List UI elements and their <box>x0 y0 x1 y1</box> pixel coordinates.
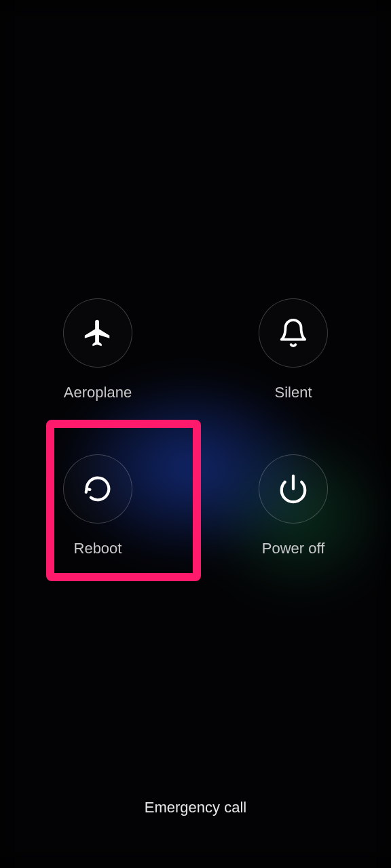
silent-option[interactable]: Silent <box>232 298 354 401</box>
bell-icon <box>259 298 328 368</box>
reboot-icon <box>63 454 132 524</box>
aeroplane-option[interactable]: Aeroplane <box>37 298 159 401</box>
power-icon <box>259 454 328 524</box>
power-menu-grid: Aeroplane Silent Reboot Power off <box>0 298 391 557</box>
silent-label: Silent <box>274 384 312 401</box>
aeroplane-icon <box>63 298 132 368</box>
aeroplane-label: Aeroplane <box>64 384 132 401</box>
reboot-label: Reboot <box>74 540 122 557</box>
poweroff-label: Power off <box>262 540 325 557</box>
poweroff-option[interactable]: Power off <box>232 454 354 557</box>
emergency-call-link[interactable]: Emergency call <box>0 799 391 816</box>
reboot-option[interactable]: Reboot <box>37 454 159 557</box>
